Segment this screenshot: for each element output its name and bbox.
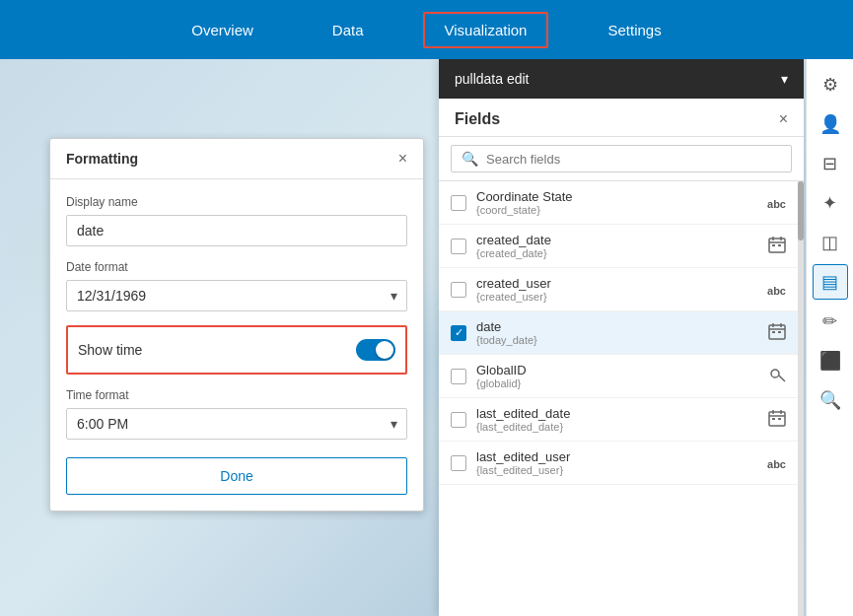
svg-rect-14 bbox=[769, 412, 785, 426]
field-checkbox[interactable] bbox=[451, 282, 466, 298]
formatting-close-button[interactable]: × bbox=[398, 151, 407, 167]
svg-rect-4 bbox=[772, 244, 775, 246]
field-info: Coordinate State{coord_state} bbox=[476, 189, 757, 216]
list-item[interactable]: created_user{created_user}abc bbox=[439, 268, 798, 311]
map-area: Formatting × Display name Date format 12… bbox=[0, 59, 853, 616]
field-key: {last_edited_user} bbox=[476, 464, 757, 476]
formatting-body: Display name Date format 12/31/1969 ▾ Sh… bbox=[50, 179, 423, 511]
top-nav: Overview Data Visualization Settings bbox=[0, 0, 853, 59]
field-name: GlobalID bbox=[476, 363, 758, 377]
field-checkbox[interactable] bbox=[451, 239, 466, 254]
date-type-icon bbox=[768, 409, 786, 431]
field-name: created_user bbox=[476, 276, 757, 291]
field-checkbox[interactable] bbox=[451, 325, 466, 341]
svg-rect-19 bbox=[778, 418, 781, 420]
fields-title-bar: Fields × bbox=[439, 99, 804, 137]
formatting-header: Formatting × bbox=[50, 139, 423, 179]
scroll-thumb bbox=[798, 181, 804, 240]
abc-type-icon: abc bbox=[767, 454, 786, 472]
nav-settings[interactable]: Settings bbox=[588, 14, 680, 46]
pulldata-header: pulldata edit ▾ bbox=[439, 59, 804, 99]
fields-title: Fields bbox=[455, 110, 500, 128]
search-input-wrap: 🔍 bbox=[451, 145, 792, 172]
date-format-label: Date format bbox=[66, 260, 407, 274]
formatting-title: Formatting bbox=[66, 151, 138, 167]
fields-panel: pulldata edit ▾ Fields × 🔍 Coordinate St… bbox=[439, 59, 804, 616]
nav-overview[interactable]: Overview bbox=[172, 14, 273, 46]
nav-visualization[interactable]: Visualization bbox=[423, 12, 549, 48]
field-info: last_edited_date{last_edited_date} bbox=[476, 406, 758, 433]
map-icon[interactable]: ◫ bbox=[813, 225, 848, 260]
list-item[interactable]: last_edited_user{last_edited_user}abc bbox=[439, 442, 798, 485]
edit-icon[interactable]: ✏ bbox=[813, 304, 848, 339]
field-key: {globalid} bbox=[476, 377, 758, 389]
display-name-label: Display name bbox=[66, 195, 407, 209]
key-type-icon bbox=[768, 366, 786, 387]
field-info: last_edited_user{last_edited_user} bbox=[476, 449, 757, 476]
field-key: {last_edited_date} bbox=[476, 421, 758, 433]
field-key: {coord_state} bbox=[476, 204, 757, 216]
show-time-toggle[interactable] bbox=[356, 339, 395, 361]
list-item[interactable]: GlobalID{globalid} bbox=[439, 355, 798, 398]
user-icon[interactable]: 👤 bbox=[813, 106, 848, 142]
date-format-wrapper: 12/31/1969 ▾ bbox=[66, 280, 407, 311]
field-key: {created_date} bbox=[476, 247, 758, 259]
chart-icon[interactable]: ⬛ bbox=[813, 343, 848, 378]
list-item[interactable]: last_edited_date{last_edited_date} bbox=[439, 398, 798, 442]
search-field-input[interactable] bbox=[486, 152, 781, 167]
scroll-indicator bbox=[798, 181, 804, 616]
svg-rect-10 bbox=[772, 331, 775, 333]
field-checkbox[interactable] bbox=[451, 412, 466, 428]
filter-icon[interactable]: ⊟ bbox=[813, 146, 848, 181]
right-sidebar: ⚙👤⊟✦◫▤✏⬛🔍 bbox=[806, 59, 853, 616]
search2-icon[interactable]: 🔍 bbox=[813, 382, 848, 418]
svg-rect-0 bbox=[769, 239, 785, 252]
field-info: GlobalID{globalid} bbox=[476, 363, 758, 389]
date-format-select[interactable]: 12/31/1969 bbox=[66, 280, 407, 311]
field-info: created_user{created_user} bbox=[476, 276, 757, 303]
pulldata-label: pulldata edit bbox=[455, 71, 530, 87]
fields-close-button[interactable]: × bbox=[779, 110, 788, 128]
field-key: {created_user} bbox=[476, 291, 757, 303]
svg-rect-5 bbox=[778, 244, 781, 246]
svg-point-12 bbox=[771, 370, 779, 377]
field-name: Coordinate State bbox=[476, 189, 757, 204]
svg-rect-18 bbox=[772, 418, 775, 420]
smart-icon[interactable]: ✦ bbox=[813, 185, 848, 221]
time-format-label: Time format bbox=[66, 388, 407, 402]
search-icon: 🔍 bbox=[462, 151, 478, 167]
field-info: created_date{created_date} bbox=[476, 233, 758, 259]
toggle-slider bbox=[356, 339, 395, 361]
done-button[interactable]: Done bbox=[66, 457, 407, 495]
time-format-select[interactable]: 6:00 PM bbox=[66, 408, 407, 440]
abc-type-icon: abc bbox=[767, 194, 786, 212]
time-format-wrapper: 6:00 PM ▾ bbox=[66, 408, 407, 440]
field-name: date bbox=[476, 319, 758, 334]
field-info: date{today_date} bbox=[476, 319, 758, 346]
svg-line-13 bbox=[779, 376, 785, 381]
fields-list: Coordinate State{coord_state}abccreated_… bbox=[439, 181, 798, 616]
abc-type-icon: abc bbox=[767, 281, 786, 299]
field-name: last_edited_user bbox=[476, 449, 757, 464]
field-checkbox[interactable] bbox=[451, 369, 466, 384]
svg-rect-6 bbox=[769, 325, 785, 339]
field-checkbox[interactable] bbox=[451, 455, 466, 471]
pulldata-arrow-icon[interactable]: ▾ bbox=[781, 71, 788, 87]
table-icon[interactable]: ▤ bbox=[813, 264, 848, 300]
date-type-icon bbox=[768, 236, 786, 257]
display-name-input[interactable] bbox=[66, 215, 407, 246]
list-item[interactable]: created_date{created_date} bbox=[439, 225, 798, 268]
nav-data[interactable]: Data bbox=[313, 14, 384, 46]
field-name: last_edited_date bbox=[476, 406, 758, 421]
field-checkbox[interactable] bbox=[451, 195, 466, 211]
configure-icon[interactable]: ⚙ bbox=[813, 67, 848, 103]
fields-list-wrap: Coordinate State{coord_state}abccreated_… bbox=[439, 181, 804, 616]
show-time-label: Show time bbox=[78, 342, 142, 358]
date-type-icon bbox=[768, 322, 786, 344]
list-item[interactable]: date{today_date} bbox=[439, 311, 798, 355]
field-key: {today_date} bbox=[476, 334, 758, 346]
list-item[interactable]: Coordinate State{coord_state}abc bbox=[439, 181, 798, 225]
formatting-panel: Formatting × Display name Date format 12… bbox=[49, 138, 424, 512]
search-bar: 🔍 bbox=[439, 137, 804, 181]
svg-rect-11 bbox=[778, 331, 781, 333]
